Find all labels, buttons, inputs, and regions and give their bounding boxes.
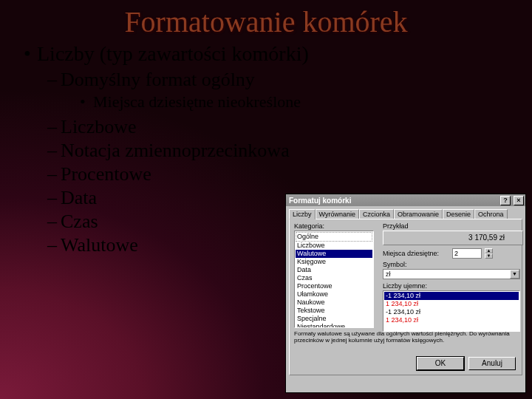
list-item[interactable]: -1 234,10 zł [384, 292, 519, 300]
bullet-lvl1: •Liczby (typ zawartości komórki) [24, 42, 514, 66]
format-note: Formaty walutowe są używane dla ogólnych… [294, 330, 517, 344]
list-item[interactable]: -1 234,10 zł [384, 308, 519, 316]
tab-strip: Liczby Wyrównanie Czcionka Obramowanie D… [286, 206, 525, 219]
list-item[interactable]: Czas [296, 274, 372, 282]
decimals-label: Miejsca dziesiętne: [383, 250, 449, 257]
preview-label: Przykład [383, 222, 517, 230]
list-item[interactable]: Procentowe [296, 282, 372, 290]
list-item[interactable]: Naukowe [296, 299, 372, 307]
list-item[interactable]: Ułamkowe [296, 290, 372, 299]
slide-title: Formatowanie komórek [0, 0, 532, 39]
list-item[interactable]: Walutowe [296, 250, 372, 258]
tab-font[interactable]: Czcionka [359, 209, 394, 219]
list-item[interactable]: Data [296, 266, 372, 274]
format-cells-dialog: Formatuj komórki ? × Liczby Wyrównanie C… [285, 194, 526, 393]
category-label: Kategoria: [294, 222, 375, 230]
category-listbox[interactable]: Ogólne Liczbowe Walutowe Księgowe Data C… [294, 231, 374, 328]
symbol-label: Symbol: [383, 261, 517, 268]
list-item[interactable]: Tekstowe [296, 307, 372, 315]
decimals-spinner[interactable]: ▲▼ [485, 248, 493, 259]
decimals-input[interactable]: 2 [452, 248, 482, 259]
help-button[interactable]: ? [500, 196, 511, 205]
tab-patterns[interactable]: Desenie [443, 209, 474, 219]
spin-up-icon[interactable]: ▲ [485, 248, 493, 253]
symbol-value: zł [383, 270, 510, 278]
tab-protection[interactable]: Ochrona [474, 209, 508, 219]
list-item[interactable]: Księgowe [296, 258, 372, 266]
spin-down-icon[interactable]: ▼ [485, 253, 493, 259]
tab-numbers[interactable]: Liczby [289, 209, 316, 219]
preview-box: 3 170,59 zł [383, 231, 523, 245]
bullet-lvl3: •Miejsca dziesiętne nieokreślone [80, 92, 514, 112]
close-button[interactable]: × [514, 196, 524, 205]
symbol-combo[interactable]: zł ▼ [383, 269, 520, 279]
cancel-button[interactable]: Anuluj [468, 357, 516, 370]
bullet-lvl2: –Liczbowe [47, 116, 514, 138]
list-item[interactable]: Specjalne [296, 315, 372, 323]
ok-button[interactable]: OK [417, 357, 464, 370]
dialog-title: Formatuj komórki [289, 197, 497, 205]
tab-panel: Kategoria: Ogólne Liczbowe Walutowe Księ… [289, 219, 522, 375]
list-item[interactable]: Ogólne [296, 232, 372, 242]
dialog-titlebar: Formatuj komórki ? × [286, 194, 525, 206]
tab-alignment[interactable]: Wyrównanie [316, 209, 359, 219]
list-item[interactable]: Liczbowe [296, 242, 372, 250]
negative-listbox[interactable]: -1 234,10 zł 1 234,10 zł -1 234,10 zł 1 … [383, 290, 520, 332]
tab-border[interactable]: Obramowanie [394, 209, 443, 219]
list-item[interactable]: 1 234,10 zł [384, 316, 519, 324]
list-item[interactable]: Niestandardowe [296, 323, 372, 328]
bullet-lvl2: –Domyślny format ogólny [47, 69, 514, 91]
bullet-lvl2: –Procentowe [47, 163, 514, 185]
bullet-lvl2: –Notacja zmiennoprzecinkowa [47, 140, 514, 162]
negative-label: Liczby ujemne: [383, 282, 517, 290]
chevron-down-icon[interactable]: ▼ [510, 270, 519, 279]
list-item[interactable]: 1 234,10 zł [384, 300, 519, 308]
